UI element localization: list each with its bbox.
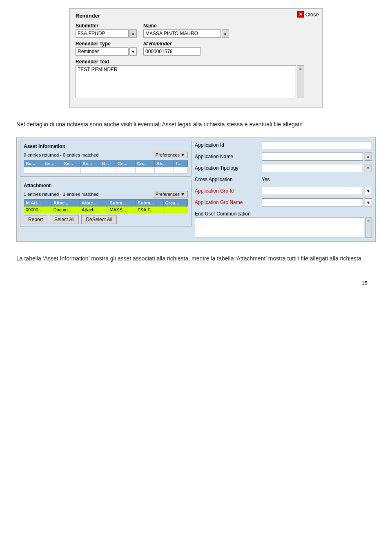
- app-grp-name-row: Application Grp Name ▼: [195, 198, 372, 207]
- reminder-type-label: Reminder Type: [76, 41, 137, 47]
- attachment-section: Attachment 1 entries returned - 1 entrie…: [20, 180, 192, 227]
- attachment-entries-text: 1 entries returned - 1 entries matched: [24, 192, 149, 197]
- asset-preferences-arrow: ▼: [180, 153, 185, 157]
- app-name-row: Application Name ≡: [195, 152, 372, 161]
- id-reminder-label: Id Reminder: [143, 41, 200, 47]
- app-grp-name-input[interactable]: [262, 198, 363, 206]
- attachment-preferences-label: Preferences: [156, 192, 180, 197]
- app-name-icon-btn[interactable]: ≡: [365, 153, 372, 161]
- app-grp-id-label: Application Grp Id: [195, 188, 260, 194]
- app-grp-id-dropdown[interactable]: ▼: [365, 187, 372, 195]
- attachment-section-title: Attachment: [24, 183, 188, 188]
- close-button[interactable]: ✕ Close: [297, 11, 319, 18]
- app-name-input[interactable]: [262, 153, 363, 161]
- asset-entries-text: 0 entries returned - 0 entries matched: [24, 153, 149, 157]
- att-col-2: Attac...: [51, 200, 80, 206]
- att-col-5: Subm...: [136, 200, 164, 206]
- asset-preferences-label: Preferences: [156, 153, 180, 157]
- euc-textarea[interactable]: [195, 218, 364, 238]
- att-cell-4: MASS...: [108, 206, 136, 213]
- att-col-6: Crea...: [163, 200, 187, 206]
- id-reminder-group: Id Reminder: [143, 41, 200, 56]
- euc-section: End User Communication ≡: [195, 211, 372, 238]
- app-grp-id-input[interactable]: [262, 187, 363, 195]
- att-cell-2: Docum...: [51, 206, 80, 213]
- app-tipology-icon-btn[interactable]: ≡: [365, 164, 372, 172]
- asset-table: Su... As... Se... As... M... Co... Co...…: [24, 160, 188, 174]
- asset-col-9: T...: [174, 160, 187, 167]
- app-tipology-row: Application Tipology ≡: [195, 164, 372, 173]
- asset-information-section: Asset Information 0 entries returned - 0…: [20, 141, 192, 177]
- attachment-row[interactable]: 00000... Docum... Attach... MASS... FSA.…: [24, 206, 188, 213]
- asset-col-8: Sh...: [155, 160, 174, 167]
- asset-col-3: Se...: [62, 160, 81, 167]
- dialog-title: Reminder: [76, 13, 316, 19]
- cross-app-value: Yes: [262, 177, 270, 182]
- attachment-preferences-btn[interactable]: Preferences ▼: [153, 191, 188, 197]
- asset-col-1: Su...: [24, 160, 43, 167]
- close-x-icon: ✕: [297, 11, 304, 18]
- att-col-3: Attac...: [80, 200, 108, 206]
- app-tipology-input[interactable]: [262, 164, 363, 172]
- cross-app-label: Cross Application: [195, 177, 260, 182]
- euc-label: End User Communication: [195, 211, 372, 217]
- submitter-label: Submitter: [76, 23, 137, 29]
- attachment-preferences-arrow: ▼: [180, 192, 185, 197]
- close-label: Close: [305, 11, 319, 18]
- att-cell-5: FSA.F...: [136, 206, 164, 213]
- reminder-text-area[interactable]: TEST REMINDER: [76, 65, 296, 98]
- reminder-type-input[interactable]: [76, 47, 129, 56]
- att-col-4: Subm...: [108, 200, 136, 206]
- app-id-row: Application Id: [195, 141, 372, 150]
- app-name-label: Application Name: [195, 154, 260, 159]
- deselect-all-btn[interactable]: DeSelect All: [81, 215, 117, 224]
- app-grp-id-row: Application Grp Id ▼: [195, 186, 372, 195]
- att-col-1: Id Att...: [24, 200, 52, 206]
- submitter-input[interactable]: [76, 29, 129, 38]
- name-icon-btn[interactable]: ≡: [222, 29, 229, 38]
- reminder-type-group: Reminder Type ▼: [76, 41, 137, 56]
- name-label: Name: [143, 23, 229, 29]
- asset-section-title: Asset Information: [24, 144, 188, 149]
- right-panel: Application Id Application Name ≡ Applic…: [195, 141, 372, 238]
- asset-col-4: As...: [80, 160, 100, 167]
- submitter-group: Submitter ≡: [76, 23, 137, 38]
- app-tipology-label: Application Tipology: [195, 165, 260, 171]
- asset-col-6: Co...: [116, 160, 136, 167]
- att-cell-3: Attach...: [80, 206, 108, 213]
- att-cell-6: [163, 206, 187, 213]
- euc-icon-btn[interactable]: ≡: [365, 218, 372, 238]
- reminder-text-value: TEST REMINDER: [78, 67, 118, 72]
- select-all-btn[interactable]: Select All: [50, 215, 79, 224]
- attachment-table: Id Att... Attac... Attac... Subm... Subm…: [24, 199, 188, 213]
- id-reminder-input[interactable]: [143, 47, 200, 56]
- cross-app-row: Cross Application Yes: [195, 175, 372, 184]
- app-id-input[interactable]: [262, 141, 372, 149]
- page-number: 15: [16, 280, 376, 286]
- app-id-label: Application Id: [195, 142, 260, 148]
- reminder-dialog: Reminder ✕ Close Submitter ≡ Name ≡ Remi…: [69, 8, 323, 108]
- bottom-buttons: Report Select All DeSelect All: [24, 215, 188, 224]
- asset-preferences-btn[interactable]: Preferences ▼: [153, 152, 188, 158]
- reminder-type-dropdown[interactable]: ▼: [129, 47, 137, 56]
- report-btn[interactable]: Report: [24, 215, 47, 224]
- body-text-1: Nel dettaglio di una richiesta sono anch…: [16, 120, 376, 129]
- asset-empty-row: [24, 167, 188, 174]
- asset-col-5: M...: [100, 160, 116, 167]
- app-grp-name-label: Application Grp Name: [195, 200, 260, 205]
- left-panel: Asset Information 0 entries returned - 0…: [20, 141, 192, 238]
- name-input[interactable]: [143, 29, 221, 38]
- att-cell-1: 00000...: [24, 206, 52, 213]
- reminder-text-icon-btn[interactable]: ≡: [297, 65, 304, 98]
- asset-col-2: As...: [43, 160, 62, 167]
- reminder-text-label: Reminder Text: [76, 59, 109, 65]
- app-grp-name-dropdown[interactable]: ▼: [365, 198, 372, 206]
- asset-col-7: Co...: [135, 160, 155, 167]
- submitter-icon-btn[interactable]: ≡: [129, 29, 137, 38]
- footer-text: La tabella ‘Asset Information’ mostra gl…: [16, 254, 376, 264]
- name-group: Name ≡: [143, 23, 229, 38]
- main-panel: Asset Information 0 entries returned - 0…: [16, 137, 376, 242]
